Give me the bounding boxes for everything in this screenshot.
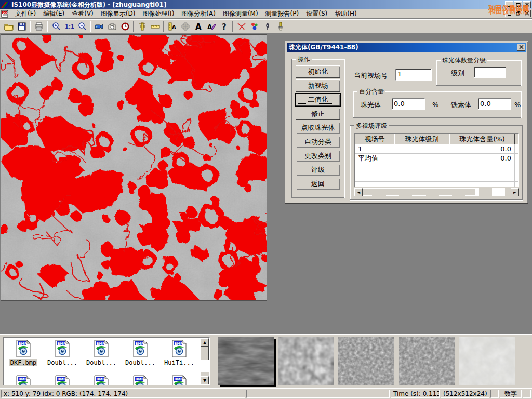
current-field-input[interactable]: 1	[395, 69, 432, 81]
dialog-title-bar[interactable]: 珠光体(GB/T9441-88)	[287, 43, 526, 52]
file-item[interactable]: BMPDoubl...	[122, 340, 159, 366]
rating-table[interactable]: 视场号珠光体级别珠光体含量(%)铁素体10.0平均值0.0	[354, 133, 519, 187]
file-item[interactable]: BMP	[5, 375, 42, 385]
file-item[interactable]: BMP	[122, 375, 159, 385]
maximize-button[interactable]	[514, 1, 522, 8]
minimize-button[interactable]	[505, 1, 513, 8]
dialog-close-icon[interactable]	[517, 44, 525, 51]
save-button[interactable]	[15, 20, 28, 33]
menu-view[interactable]: 查看(V)	[68, 9, 97, 19]
thumbnail-2[interactable]	[278, 337, 334, 385]
child-close-button[interactable]	[523, 10, 531, 17]
menu-image-analysis[interactable]: 图像分析(A)	[178, 9, 219, 19]
pearlite-value-input[interactable]: 0.0	[392, 98, 425, 110]
thumbnail-1[interactable]	[218, 337, 274, 385]
table-cell	[515, 182, 519, 187]
table-row[interactable]	[355, 163, 518, 172]
scroll-right-icon[interactable]: ►	[511, 188, 519, 196]
text-label-button[interactable]: A	[192, 20, 205, 33]
bmp-file-icon: BMP	[132, 340, 148, 357]
child-minimize-button[interactable]	[505, 10, 513, 17]
op-button-4[interactable]: 修正	[296, 108, 340, 120]
menu-settings[interactable]: 设置(S)	[302, 9, 331, 19]
op-button-5[interactable]: 点取珠光体	[296, 122, 340, 134]
file-item[interactable]: BMPDKF.bmp	[5, 340, 42, 366]
op-button-9[interactable]: 返回	[296, 178, 340, 190]
table-header-4[interactable]: 铁素体	[515, 134, 519, 144]
actual-size-button[interactable]: 1:1	[62, 20, 75, 33]
file-browser[interactable]: ▲ ▼ BMPDKF.bmpBMPDoubl...BMPDoubl...BMPD…	[3, 337, 210, 385]
timer-button[interactable]	[118, 20, 131, 33]
menu-help[interactable]: 帮助(H)	[331, 9, 360, 19]
measure-text-button[interactable]: A	[166, 20, 179, 33]
file-item[interactable]: BMPHuiTi...	[161, 340, 198, 366]
grade-input[interactable]	[474, 66, 506, 78]
ferrite-value-input[interactable]: 0.0	[478, 98, 511, 110]
metallographic-image[interactable]	[1, 34, 267, 301]
op-button-1[interactable]: 初始化	[296, 65, 340, 78]
curve-tool-button[interactable]	[235, 20, 248, 33]
menu-image-processing[interactable]: 图像处理(I)	[139, 9, 178, 19]
table-header-3[interactable]: 珠光体含量(%)	[449, 134, 515, 144]
table-row[interactable]: 平均值0.0	[355, 154, 518, 163]
video-camera-button[interactable]	[92, 20, 105, 33]
file-item[interactable]: BMP	[44, 375, 81, 385]
pen-button[interactable]	[261, 20, 274, 33]
file-item[interactable]: BMP	[161, 375, 198, 385]
table-row[interactable]	[355, 172, 518, 182]
table-hscrollbar[interactable]: ◄ ►	[354, 188, 519, 196]
open-folder-button[interactable]	[2, 20, 15, 33]
grading-group: 珠光体数量分级 级别	[436, 60, 521, 86]
menu-image-display[interactable]: 图像显示(D)	[97, 9, 139, 19]
bmp-file-icon: BMP	[55, 340, 70, 357]
scroll-left-icon[interactable]: ◄	[354, 188, 363, 196]
thumbnail-3[interactable]	[338, 337, 394, 385]
svg-text:BMP: BMP	[175, 342, 183, 346]
op-button-7[interactable]: 更改类别	[296, 150, 340, 162]
op-button-6[interactable]: 自动分类	[296, 136, 340, 148]
ruler-button[interactable]	[149, 20, 162, 33]
thumbnail-5[interactable]	[459, 337, 515, 385]
table-header-2[interactable]: 珠光体级别	[394, 134, 449, 144]
child-restore-button[interactable]	[514, 10, 522, 17]
window-title: IS100显微摄像系统(金相分析版) - [zhuguangti01]	[11, 1, 166, 9]
file-item[interactable]: BMPDoubl...	[83, 340, 120, 366]
scroll-down-icon[interactable]: ▼	[201, 376, 209, 384]
table-row[interactable]: 10.0	[355, 144, 518, 154]
table-cell	[355, 163, 394, 172]
zoom-in-button[interactable]	[49, 20, 62, 33]
menu-file[interactable]: 文件(F)	[11, 9, 39, 19]
table-cell	[515, 163, 519, 172]
color-dots-button[interactable]	[248, 20, 261, 33]
scroll-up-icon[interactable]: ▲	[201, 338, 209, 347]
grid-tool-button[interactable]	[179, 20, 192, 33]
table-row[interactable]	[355, 182, 518, 187]
caliper-button[interactable]	[136, 20, 149, 33]
brush-button[interactable]	[274, 20, 287, 33]
help-button[interactable]: ?	[218, 20, 231, 33]
menu-image-measure[interactable]: 图像测量(M)	[219, 9, 262, 19]
file-item[interactable]: BMPDoubl...	[44, 340, 81, 366]
camera-capture-button[interactable]	[105, 20, 118, 33]
op-button-3[interactable]: 二值化	[296, 94, 340, 106]
menu-measure-report[interactable]: 测量报告(P)	[262, 9, 303, 19]
close-button[interactable]	[523, 1, 531, 8]
thumbnail-4[interactable]	[399, 337, 455, 385]
file-vscrollbar[interactable]: ▲ ▼	[201, 338, 209, 384]
bmp-file-icon: BMP	[132, 375, 148, 385]
menu-edit[interactable]: 编辑(E)	[39, 9, 68, 19]
video-camera-icon	[95, 22, 104, 31]
annotate-button[interactable]: A	[205, 20, 218, 33]
zoom-out-button[interactable]	[75, 20, 88, 33]
menu-bar: DOC 文件(F) 编辑(E) 查看(V) 图像显示(D) 图像处理(I) 图像…	[0, 9, 532, 19]
file-name: HuiTi...	[163, 359, 195, 366]
op-button-2[interactable]: 新视场	[296, 79, 340, 92]
toolbar-separator	[30, 21, 31, 32]
print-button[interactable]	[32, 20, 45, 33]
help-icon: ?	[220, 22, 229, 31]
op-button-8[interactable]: 评级	[296, 164, 340, 176]
pen-icon	[263, 22, 272, 31]
file-item[interactable]: BMP	[83, 375, 120, 385]
table-cell	[515, 144, 519, 153]
table-header-1[interactable]: 视场号	[355, 134, 394, 144]
